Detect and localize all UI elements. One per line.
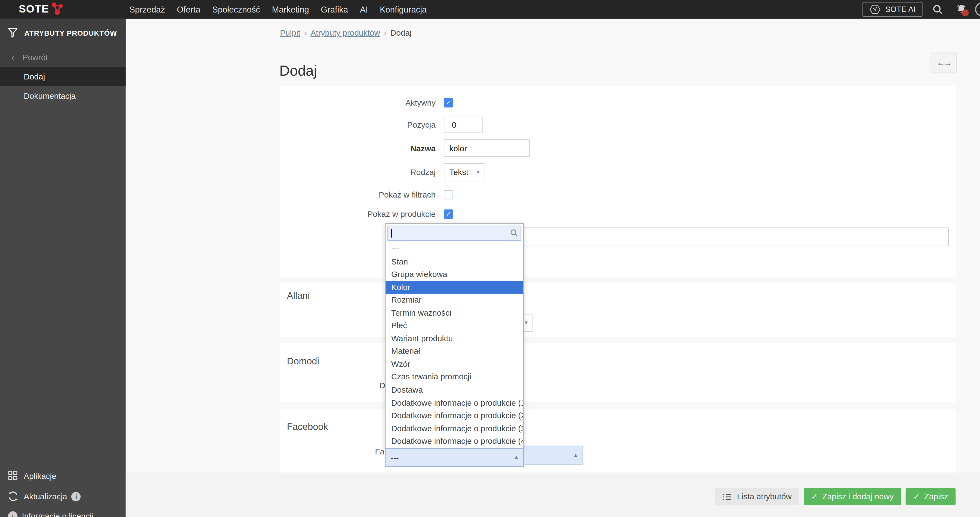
check-icon: ✓ [445,210,451,217]
topbar-menu: Sprzedaż Oferta Społeczność Marketing Gr… [129,0,427,19]
dropdown-option[interactable]: Grupa wiekowa [385,268,523,281]
dropdown-option-highlighted[interactable]: Kolor [385,281,523,294]
button-label: Zapisz [924,492,948,501]
form-row-produkcie: Pokaż w produkcie ✓ [280,205,453,222]
sidebar-item-dodaj[interactable]: Dodaj [0,67,126,86]
sidebar-item-label: Dodaj [24,72,45,81]
topbar-right: SOTE AI [863,0,980,19]
button-label: Zapisz i dodaj nowy [822,492,894,501]
dropdown-option[interactable]: Dodatkowe informacje o produkcie (4) [385,435,523,448]
dropdown-option[interactable]: Materiał [385,345,523,358]
chevron-up-icon: ▲ [573,453,578,458]
breadcrumb-pulpit[interactable]: Pulpit [280,28,301,37]
hexagon-ai-icon [870,4,881,14]
chevron-down-icon: ▼ [476,170,480,175]
attribute-dropdown-panel: --- Stan Grupa wiekowa Kolor Rozmiar Ter… [385,223,524,450]
nazwa-input[interactable] [444,139,530,157]
pozycja-input[interactable] [444,116,483,133]
form-row-rodzaj: Rodzaj Tekst ▼ [280,163,484,181]
logo-text: SOTE [19,3,49,16]
pozycja-label: Pozycja [280,120,436,129]
sidebar-back-button[interactable]: ‹ Powrót [0,47,126,67]
search-icon[interactable] [932,4,943,15]
app-window: SOTE Sprzedaż Oferta Społeczność Marketi… [0,0,980,517]
user-avatar-icon[interactable] [975,2,980,16]
facebook-section-card: Facebook Fac [280,409,956,472]
info-icon: i [72,492,81,501]
rodzaj-select[interactable]: Tekst ▼ [444,163,484,181]
facebook-kolor-select[interactable]: --- ▲ [385,448,524,467]
allani-section-card: Allani ▼ [280,283,956,337]
dropdown-search [387,226,521,240]
sidebar-item-aktualizacja[interactable]: Aktualizacja i [0,491,126,502]
back-label: Powrót [22,52,48,62]
sidebar: ATRYBUTY PRODUKTÓW ‹ Powrót Dodaj Dokume… [0,19,126,517]
refresh-icon [8,492,18,501]
dropdown-options: --- Stan Grupa wiekowa Kolor Rozmiar Ter… [385,242,523,461]
menu-ai[interactable]: AI [360,5,368,14]
check-icon: ✓ [913,492,920,501]
filtrach-checkbox[interactable] [444,190,453,199]
breadcrumb-separator: › [304,28,307,37]
menu-spolecznosc[interactable]: Społeczność [212,5,260,14]
sote-logo[interactable]: SOTE [19,0,64,19]
dropdown-search-input[interactable] [387,226,521,240]
menu-konfiguracja[interactable]: Konfiguracja [380,5,426,14]
notification-badge [962,9,969,16]
dropdown-option[interactable]: Wzór [385,358,523,371]
topbar: SOTE Sprzedaż Oferta Społeczność Marketi… [0,0,980,19]
lista-atrybutow-button[interactable]: Lista atrybutów [715,488,799,505]
form-row-nazwa: Nazwa [280,139,530,157]
breadcrumb-atrybuty[interactable]: Atrybuty produktów [310,28,380,37]
aktywny-checkbox[interactable]: ✓ [444,98,453,107]
menu-oferta[interactable]: Oferta [177,5,200,14]
sidebar-title: ATRYBUTY PRODUKTÓW [24,29,117,37]
info-icon: i [8,511,18,517]
text-cursor [391,229,392,237]
dropdown-option[interactable]: --- [385,242,523,255]
sidebar-item-dokumentacja[interactable]: Dokumentacja [0,86,126,106]
menu-marketing[interactable]: Marketing [272,5,309,14]
sidebar-item-label: Informacje o licencji [22,511,93,517]
dropdown-option[interactable]: Płeć [385,320,523,332]
dropdown-option[interactable]: Rozmiar [385,294,523,307]
check-icon: ✓ [445,99,451,106]
notifications-bell-icon[interactable] [956,4,967,15]
menu-sprzedaz[interactable]: Sprzedaż [129,5,165,14]
facebook-section-title: Facebook [287,421,328,432]
breadcrumb-current: Dodaj [390,28,412,37]
dropdown-option[interactable]: Dodatkowe informacje o produkcie (1) [385,397,523,409]
domodi-section-card: Domodi D [280,343,956,402]
dropdown-option[interactable]: Wariant produktu [385,332,523,345]
sidebar-item-licencja[interactable]: i Informacje o licencji [0,510,126,517]
breadcrumb-separator: › [384,28,387,37]
check-icon: ✓ [811,492,818,501]
domodi-field-label: D [379,381,385,390]
chevron-up-icon: ▲ [514,455,519,460]
filtrach-label: Pokaż w filtrach [280,190,436,199]
sote-ai-button[interactable]: SOTE AI [863,2,923,17]
filter-funnel-icon [8,27,18,38]
dropdown-option[interactable]: Stan [385,256,523,268]
dropdown-option[interactable]: Dostawa [385,384,523,397]
rodzaj-value: Tekst [449,168,469,177]
zapisz-i-dodaj-nowy-button[interactable]: ✓ Zapisz i dodaj nowy [804,488,901,505]
sote-ai-label: SOTE AI [885,5,916,14]
aktywny-label: Aktywny [280,98,436,107]
button-label: Lista atrybutów [737,492,792,501]
expand-width-button[interactable]: ←→ [931,52,957,73]
dropdown-option[interactable]: Dodatkowe informacje o produkcie (3) [385,422,523,435]
zapisz-button[interactable]: ✓ Zapisz [905,488,956,505]
dropdown-option[interactable]: Czas trwania promocji [385,371,523,384]
dropdown-option[interactable]: Termin ważności [385,307,523,320]
selected-value: --- [391,453,399,462]
attribute-form-card: Aktywny ✓ Pozycja Nazwa Rodzaj Tekst ▼ P… [280,86,956,278]
sidebar-item-label: Aplikacje [24,471,56,480]
menu-grafika[interactable]: Grafika [321,5,348,14]
sidebar-item-aplikacje[interactable]: Aplikacje [0,470,126,481]
dropdown-option[interactable]: Dodatkowe informacje o produkcie (2) [385,409,523,422]
produkcie-checkbox[interactable]: ✓ [444,209,453,218]
domodi-section-title: Domodi [287,356,319,366]
chevron-left-icon: ‹ [11,52,14,62]
page-title: Dodaj [279,63,317,80]
